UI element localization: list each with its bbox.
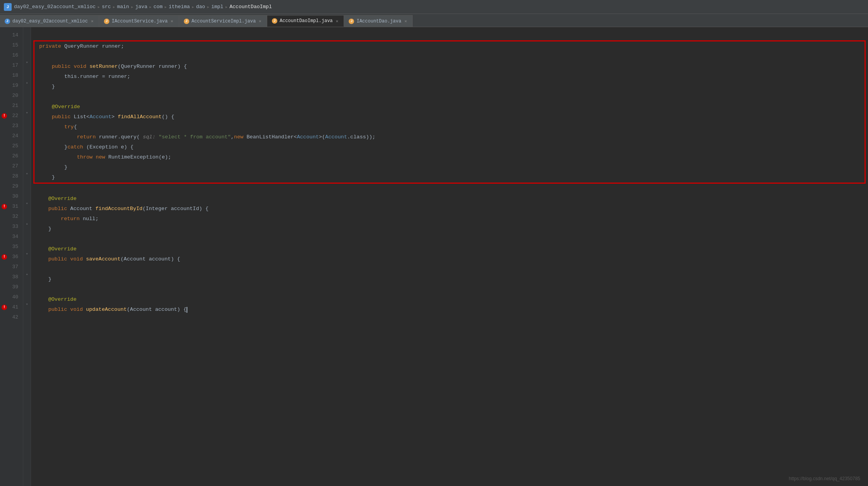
fold-38[interactable]: ▴ — [23, 269, 31, 279]
fold-29 — [23, 178, 31, 188]
fold-36[interactable]: ▾ — [23, 249, 31, 259]
tab-iaccountdao[interactable]: J IAccountDao.java ✕ — [344, 15, 413, 27]
tab-iaccountservice[interactable]: J IAccountService.java ✕ — [99, 15, 179, 27]
code-line-21: @Override — [35, 102, 865, 112]
ln-38: 38 — [0, 272, 23, 282]
highlight-box: private QueryRunner runner; public void … — [33, 40, 866, 184]
code-line-42 — [31, 315, 868, 325]
ln-20: 20 — [0, 91, 23, 101]
ln-39: 39 — [0, 282, 23, 292]
breakpoint-36[interactable]: ! — [2, 254, 7, 260]
breadcrumb-src: src — [102, 4, 111, 10]
fold-16 — [23, 47, 31, 57]
breadcrumb-main: main — [117, 4, 129, 10]
tab-project[interactable]: J day02_easy_02account_xmlioc ✕ — [0, 15, 99, 27]
fold-28[interactable]: ▴ — [23, 168, 31, 178]
tab-close-accountdaoimpl[interactable]: ✕ — [335, 19, 339, 24]
fold-21 — [23, 98, 31, 108]
ln-17: 17 — [0, 60, 23, 71]
breadcrumb: day02_easy_02account_xmlioc ▸ src ▸ main… — [14, 4, 272, 10]
breadcrumb-java: java — [135, 4, 147, 10]
fold-14 — [23, 27, 31, 37]
fold-20 — [23, 88, 31, 98]
app-icon: J — [4, 3, 12, 11]
tab-label-accountdaoimpl: AccountDaoImpl.java — [280, 18, 333, 24]
ln-21: 21 — [0, 101, 23, 111]
fold-24 — [23, 128, 31, 138]
ln-23: 23 — [0, 121, 23, 131]
code-line-35: @Override — [31, 244, 868, 254]
ln-35: 35 — [0, 242, 23, 252]
ln-40: 40 — [0, 292, 23, 302]
tab-accountserviceimpl[interactable]: J AccountServiceImpl.java ✕ — [179, 15, 267, 27]
code-line-29 — [31, 184, 868, 194]
fold-23 — [23, 118, 31, 128]
ln-30: 30 — [0, 191, 23, 202]
code-line-27: } — [35, 162, 865, 172]
ln-28: 28 — [0, 171, 23, 181]
ln-18: 18 — [0, 71, 23, 81]
code-line-36: public void saveAccount (Account account… — [31, 254, 868, 264]
breakpoint-22[interactable]: ! — [2, 113, 7, 119]
ln-33: 33 — [0, 222, 23, 232]
fold-33[interactable]: ▴ — [23, 219, 31, 229]
tab-icon-iaccountservice: J — [104, 19, 109, 24]
breadcrumb-com: com — [154, 4, 163, 10]
text-cursor — [187, 307, 187, 313]
tab-accountdaoimpl[interactable]: J AccountDaoImpl.java ✕ — [267, 15, 344, 27]
ln-15: 15 — [0, 40, 23, 50]
code-line-14 — [31, 30, 868, 40]
ln-31: ! 31 — [0, 202, 23, 212]
code-line-24: return runner.query( sql: "select * from… — [35, 132, 865, 142]
fold-30 — [23, 188, 31, 198]
tab-close-accountserviceimpl[interactable]: ✕ — [258, 19, 262, 24]
breakpoint-41[interactable]: ! — [2, 305, 7, 310]
fold-34 — [23, 229, 31, 239]
fold-17[interactable]: ▾ — [23, 57, 31, 67]
fold-18 — [23, 67, 31, 78]
code-line-19: } — [35, 82, 865, 92]
fold-31[interactable]: ▾ — [23, 198, 31, 209]
tab-icon-iaccountdao: J — [349, 19, 354, 24]
code-line-17: public void setRunner (QueryRunner runne… — [35, 62, 865, 72]
code-line-25: } catch (Exception e) { — [35, 142, 865, 152]
code-line-23: try { — [35, 122, 865, 132]
ln-37: 37 — [0, 262, 23, 272]
code-content[interactable]: private QueryRunner runner; public void … — [31, 27, 868, 486]
code-line-26: throw new RuntimeException(e); — [35, 152, 865, 162]
titlebar: J day02_easy_02account_xmlioc ▸ src ▸ ma… — [0, 0, 868, 14]
fold-22[interactable]: ▾ — [23, 108, 31, 118]
tab-icon-project: J — [5, 19, 10, 24]
tab-close-iaccountdao[interactable]: ✕ — [404, 19, 408, 24]
breadcrumb-dao: dao — [196, 4, 205, 10]
code-line-28: } — [35, 172, 865, 183]
fold-25 — [23, 138, 31, 148]
code-line-34 — [31, 234, 868, 244]
tab-bar: J day02_easy_02account_xmlioc ✕ J IAccou… — [0, 14, 868, 27]
ln-29: 29 — [0, 181, 23, 191]
code-editor: 14 15 16 17 18 19 20 21 ! 22 23 24 25 26… — [0, 27, 868, 486]
ln-32: 32 — [0, 212, 23, 222]
fold-19[interactable]: ▴ — [23, 78, 31, 88]
tab-label-project: day02_easy_02account_xmlioc — [12, 19, 88, 24]
fold-41[interactable]: ▾ — [23, 299, 31, 309]
breadcrumb-itheima: itheima — [169, 4, 190, 10]
breakpoint-31[interactable]: ! — [2, 204, 7, 209]
tab-close-project[interactable]: ✕ — [90, 19, 94, 24]
tab-icon-accountserviceimpl: J — [184, 19, 189, 24]
fold-40 — [23, 289, 31, 299]
code-line-18: this.runner = runner; — [35, 72, 865, 82]
ln-25: 25 — [0, 141, 23, 151]
code-line-31: public Account findAccountById (Integer … — [31, 204, 868, 214]
ln-16: 16 — [0, 50, 23, 60]
ln-36: ! 36 — [0, 252, 23, 262]
breadcrumb-impl: impl — [211, 4, 223, 10]
code-line-30: @Override — [31, 194, 868, 204]
code-line-41: public void updateAccount (Account accou… — [31, 305, 868, 315]
code-line-15: private QueryRunner runner; — [35, 41, 865, 52]
code-line-40: @Override — [31, 295, 868, 305]
fold-37 — [23, 259, 31, 269]
code-line-38: } — [31, 274, 868, 284]
fold-27 — [23, 158, 31, 168]
tab-close-iaccountservice[interactable]: ✕ — [170, 19, 174, 24]
